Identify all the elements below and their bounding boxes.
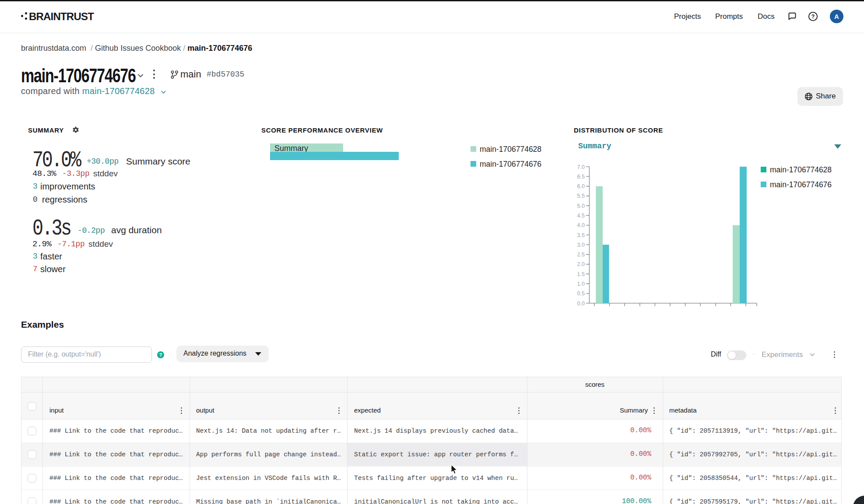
- svg-text:6.0: 6.0: [577, 183, 585, 189]
- svg-text:3.0: 3.0: [577, 242, 585, 248]
- svg-text:5.0: 5.0: [577, 203, 585, 209]
- svg-text:2.0: 2.0: [577, 261, 585, 267]
- svg-text:1.0: 1.0: [577, 281, 585, 287]
- svg-text:0.0: 0.0: [577, 301, 585, 307]
- svg-text:5.5: 5.5: [577, 193, 585, 199]
- svg-text:1.5: 1.5: [577, 271, 585, 277]
- svg-text:0.5: 0.5: [577, 290, 585, 297]
- svg-text:6.5: 6.5: [577, 174, 585, 180]
- svg-text:7.0: 7.0: [577, 164, 585, 170]
- svg-text:3.5: 3.5: [577, 232, 585, 238]
- svg-text:?: ?: [811, 13, 815, 20]
- svg-text:4.0: 4.0: [577, 222, 585, 228]
- svg-text:2.5: 2.5: [577, 252, 585, 258]
- svg-text:4.5: 4.5: [577, 213, 585, 219]
